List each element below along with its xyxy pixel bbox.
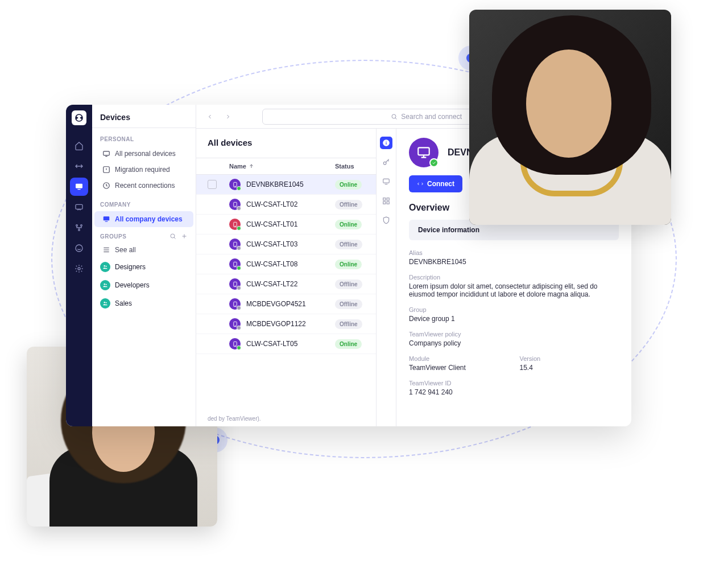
group-item-sales[interactable]: Sales: [92, 294, 196, 312]
svg-point-43: [383, 162, 386, 165]
add-group-icon[interactable]: [181, 233, 188, 240]
version-value: 15.4: [520, 364, 619, 372]
device-row[interactable]: MCBDEVGOP1122Offline: [196, 314, 376, 334]
ts-grid-icon[interactable]: [380, 195, 392, 207]
svg-rect-13: [105, 221, 108, 222]
svg-point-4: [76, 225, 78, 227]
svg-point-17: [104, 283, 106, 285]
svg-point-20: [106, 302, 107, 303]
group-value: Device group 1: [409, 315, 619, 323]
col-name[interactable]: Name: [229, 163, 246, 170]
device-row[interactable]: CLW-CSAT-LT01Online: [196, 215, 376, 235]
nav-rail: [66, 105, 92, 426]
svg-point-16: [106, 266, 107, 267]
footer-note: ded by TeamViewer).: [208, 416, 261, 422]
svg-rect-45: [383, 198, 386, 200]
device-name-cell: CLW-CSAT-LT08: [246, 260, 335, 268]
table-header: Name Status: [196, 158, 376, 175]
ts-monitor-icon[interactable]: [380, 175, 392, 188]
sidebar-item-recent[interactable]: Recent connections: [94, 178, 193, 194]
sidebar-item-personal-devices[interactable]: All personal devices: [94, 146, 193, 162]
connect-button[interactable]: Connect: [409, 175, 462, 192]
svg-point-8: [78, 268, 80, 270]
device-name-cell: MCBDEVGOP1122: [246, 320, 335, 328]
online-badge-icon: [429, 158, 439, 167]
rail-support-icon[interactable]: [70, 239, 88, 257]
svg-rect-9: [104, 151, 110, 155]
sidebar: Devices PERSONAL All personal devices Mi…: [92, 105, 196, 426]
person-photo-top: [469, 10, 671, 225]
device-name-cell: CLW-CSAT-LT03: [246, 240, 335, 248]
col-status[interactable]: Status: [335, 163, 354, 170]
device-avatar: [409, 138, 439, 167]
section-label-company: COMPANY: [92, 194, 196, 211]
nav-back-button[interactable]: [203, 110, 217, 124]
device-icon: [229, 179, 241, 190]
device-icon: [229, 318, 241, 330]
ts-key-icon[interactable]: [380, 156, 392, 168]
rail-workflow-icon[interactable]: [70, 219, 88, 237]
rail-devices-icon[interactable]: [70, 178, 88, 196]
sidebar-see-all-groups[interactable]: See all: [94, 242, 193, 258]
svg-point-39: [235, 345, 235, 346]
svg-point-23: [235, 186, 235, 186]
rail-transfer-icon[interactable]: [70, 157, 88, 175]
svg-rect-1: [76, 184, 82, 188]
sidebar-item-company-devices[interactable]: All company devices: [94, 211, 193, 227]
svg-point-7: [76, 245, 82, 252]
status-badge: Offline: [335, 319, 362, 329]
device-row[interactable]: CLW-CSAT-LT05Online: [196, 334, 376, 354]
device-row[interactable]: CLW-CSAT-LT22Offline: [196, 274, 376, 294]
device-row[interactable]: MCBDEVGOP4521Offline: [196, 294, 376, 314]
alias-value: DEVNBKBRE1045: [409, 258, 619, 266]
ts-info-icon[interactable]: [380, 137, 392, 149]
sidebar-item-migration[interactable]: Migration required: [94, 162, 193, 178]
svg-rect-47: [383, 202, 386, 204]
svg-point-19: [104, 302, 106, 303]
tab-device-info[interactable]: Device information: [412, 223, 485, 237]
device-name-cell: CLW-CSAT-LT22: [246, 280, 335, 288]
tvid-label: TeamViewer ID: [409, 380, 619, 386]
device-row[interactable]: DEVNBKBRE1045Online: [196, 175, 376, 195]
device-name-cell: MCBDEVGOP4521: [246, 300, 335, 308]
group-icon: [100, 280, 110, 290]
device-icon: [229, 278, 241, 290]
svg-rect-41: [386, 142, 386, 145]
svg-point-27: [235, 225, 235, 226]
svg-point-25: [235, 205, 235, 206]
row-checkbox[interactable]: [208, 180, 217, 189]
device-row[interactable]: CLW-CSAT-LT08Online: [196, 254, 376, 274]
group-item-developers[interactable]: Developers: [92, 276, 196, 294]
status-badge: Online: [335, 339, 362, 349]
sidebar-title: Devices: [92, 105, 196, 128]
device-row[interactable]: CLW-CSAT-LT02Offline: [196, 195, 376, 215]
desc-label: Description: [409, 274, 619, 281]
svg-point-15: [104, 265, 106, 267]
svg-point-42: [386, 141, 386, 141]
status-badge: Online: [335, 180, 362, 190]
ts-shield-icon[interactable]: [380, 214, 392, 227]
device-row[interactable]: CLW-CSAT-LT03Offline: [196, 235, 376, 254]
device-icon: [229, 258, 241, 270]
sort-asc-icon: [249, 163, 254, 169]
status-badge: Offline: [335, 299, 362, 309]
rail-chat-icon[interactable]: [70, 198, 88, 216]
device-icon: [229, 199, 241, 210]
status-badge: Online: [335, 220, 362, 229]
device-icon: [229, 239, 241, 250]
search-groups-icon[interactable]: [169, 233, 176, 240]
nav-forward-button[interactable]: [221, 110, 235, 124]
svg-point-18: [106, 284, 107, 285]
group-icon: [100, 298, 110, 309]
section-label-groups: GROUPS: [100, 233, 126, 240]
group-item-designers[interactable]: Designers: [92, 258, 196, 276]
svg-rect-3: [76, 204, 82, 209]
rail-home-icon[interactable]: [70, 137, 88, 155]
page-title: All devices: [196, 129, 376, 158]
policy-label: TeamViewer policy: [409, 331, 619, 338]
desc-value: Lorem ipsum dolor sit amet, consectetur …: [409, 282, 619, 298]
status-badge: Online: [335, 260, 362, 269]
svg-point-5: [81, 225, 82, 227]
rail-settings-icon[interactable]: [70, 260, 88, 278]
status-badge: Offline: [335, 279, 362, 289]
